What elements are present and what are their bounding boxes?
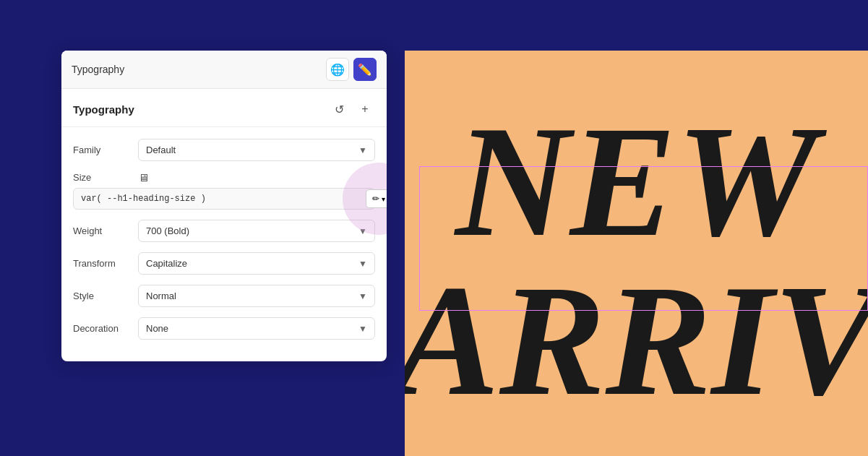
pencil-edit-icon: ✏ [372, 194, 379, 204]
panel-section-header: Typography ↺ + [61, 89, 387, 127]
reset-icon: ↺ [335, 103, 344, 116]
family-label: Family [73, 145, 138, 155]
globe-button[interactable]: 🌐 [326, 58, 349, 81]
style-row: Style Normal ▼ [73, 285, 375, 307]
edit-dropdown-arrow: ▾ [382, 195, 385, 203]
panel-header-title: Typography [72, 64, 124, 75]
canvas-text-arriv: ARRIV [405, 261, 868, 420]
canvas-text-new: NEW [455, 102, 817, 261]
family-value: Default [146, 145, 176, 155]
transform-label: Transform [73, 258, 138, 269]
edit-size-button[interactable]: ✏ ▾ [366, 189, 387, 208]
pencil-icon: ✏️ [358, 63, 372, 77]
decoration-control: None ▼ [138, 317, 375, 340]
transform-control: Capitalize ▼ [138, 252, 375, 275]
style-label: Style [73, 291, 138, 301]
size-label: Size [73, 172, 138, 183]
weight-row: Weight 700 (Bold) ▼ [73, 220, 375, 242]
typography-panel: Typography 🌐 ✏️ Typography ↺ + Family [61, 51, 387, 361]
css-var-input[interactable] [73, 188, 375, 210]
weight-value: 700 (Bold) [146, 225, 189, 236]
family-dropdown[interactable]: Default ▼ [138, 139, 375, 161]
add-button[interactable]: + [355, 99, 375, 119]
transform-row: Transform Capitalize ▼ [73, 252, 375, 275]
style-value: Normal [146, 291, 176, 301]
decoration-row: Decoration None ▼ [73, 317, 375, 340]
weight-control: 700 (Bold) ▼ [138, 220, 375, 242]
app-header [0, 0, 868, 51]
style-dropdown[interactable]: Normal ▼ [138, 285, 375, 307]
size-label-row: Size 🖥 [73, 171, 375, 184]
transform-dropdown[interactable]: Capitalize ▼ [138, 252, 375, 275]
decoration-dropdown-arrow: ▼ [358, 324, 367, 334]
family-control: Default ▼ [138, 139, 375, 161]
panel-header-icons: 🌐 ✏️ [326, 58, 377, 81]
panel-top-header: Typography 🌐 ✏️ [61, 51, 387, 89]
canvas-area: NEW ARRIV [405, 51, 868, 456]
decoration-label: Decoration [73, 323, 138, 334]
decoration-dropdown[interactable]: None ▼ [138, 317, 375, 340]
section-title: Typography [73, 103, 134, 116]
transform-value: Capitalize [146, 258, 187, 269]
style-dropdown-arrow: ▼ [358, 291, 367, 301]
css-var-row: ✏ ▾ [73, 188, 375, 210]
style-control: Normal ▼ [138, 285, 375, 307]
transform-dropdown-arrow: ▼ [358, 259, 367, 269]
size-icons: 🖥 [138, 171, 149, 184]
family-row: Family Default ▼ [73, 139, 375, 161]
add-icon: + [361, 103, 368, 116]
weight-label: Weight [73, 225, 138, 236]
globe-icon: 🌐 [330, 63, 345, 77]
reset-button[interactable]: ↺ [329, 99, 349, 119]
decoration-value: None [146, 323, 168, 334]
weight-dropdown[interactable]: 700 (Bold) ▼ [138, 220, 375, 242]
section-actions: ↺ + [329, 99, 375, 119]
family-dropdown-arrow: ▼ [358, 145, 367, 155]
weight-dropdown-arrow: ▼ [358, 226, 367, 236]
panel-body: Family Default ▼ Size 🖥 ✏ ▾ [61, 127, 387, 361]
device-icon: 🖥 [138, 171, 149, 184]
pencil-button[interactable]: ✏️ [353, 58, 377, 81]
